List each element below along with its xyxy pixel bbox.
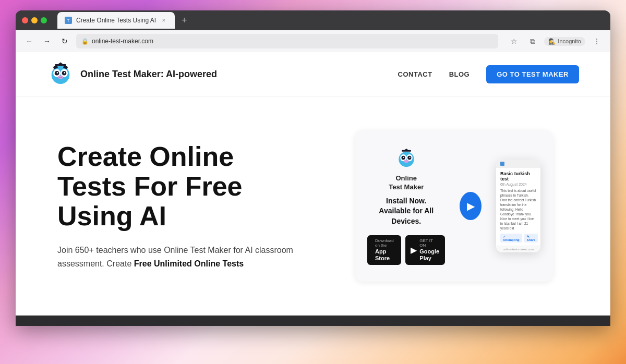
blog-link[interactable]: BLOG [449,70,470,78]
contact-link[interactable]: CONTACT [398,70,432,78]
svg-point-19 [409,157,410,158]
new-tab-button[interactable]: + [177,13,191,28]
hero-left: Create Online Tests For Free Using AI Jo… [57,142,308,271]
appstore-badge[interactable]: Download on the App Store [367,235,401,265]
owl-logo-small-icon [395,147,418,170]
logo-text: Online Test Maker: AI-powered [80,69,217,80]
site-navbar: Online Test Maker: AI-powered CONTACT BL… [16,52,610,96]
media-left: Online Test Maker Install Now. Available… [367,147,445,265]
hero-section: Create Online Tests For Free Using AI Jo… [16,96,610,316]
back-button[interactable]: ← [22,34,37,48]
browser-actions: ☆ ⧉ 🕵 Incognito ⋮ [507,34,604,48]
incognito-icon: 🕵 [548,38,556,45]
svg-point-20 [404,160,408,163]
phone-bottom-bar: online-test-maker.com [496,246,540,252]
media-brand-name: Online Test Maker [389,174,424,192]
extensions-icon[interactable]: ⧉ [525,34,540,48]
phone-attempting-button[interactable]: ✓ Attempting [500,234,522,242]
hero-subtitle: Join 650+ teachers who use Online Test M… [57,244,308,270]
browser-titlebar: T Create Online Tests Using AI ✕ + [16,10,610,30]
appstore-texts: Download on the App Store [375,238,396,262]
maximize-button[interactable] [41,17,47,23]
bookmark-icon[interactable]: ☆ [507,34,521,48]
svg-point-6 [64,72,66,74]
hero-title: Create Online Tests For Free Using AI [57,142,308,232]
phone-share-button[interactable]: ✎ Share [524,234,538,242]
active-tab[interactable]: T Create Online Tests Using AI ✕ [57,12,175,29]
nav-buttons: ← → ↻ [22,34,72,48]
phone-action-buttons: ✓ Attempting ✎ Share [500,234,536,242]
play-button[interactable]: ▶ [460,192,481,220]
svg-point-18 [403,157,404,158]
browser-controls: ← → ↻ 🔒 online-test-maker.com ☆ ⧉ 🕵 Inco… [16,30,610,52]
google-play-icon: ▶ [411,245,417,255]
svg-point-7 [58,76,63,79]
phone-test-desc: This test is about useful phrases in Tur… [500,188,536,231]
svg-point-5 [57,72,58,74]
media-tagline: Install Now. Available for All Devices. [367,196,445,227]
tab-bar: T Create Online Tests Using AI ✕ + [57,12,604,29]
incognito-badge: 🕵 Incognito [544,37,585,46]
minimize-button[interactable] [31,17,38,23]
svg-marker-22 [403,149,410,151]
nav-links: CONTACT BLOG GO TO TEST MAKER [398,65,579,83]
forward-button[interactable]: → [40,34,54,48]
browser-window: T Create Online Tests Using AI ✕ + ← → ↻… [16,10,610,326]
phone-content: Basic turkish test 6th August 2024 This … [496,168,540,246]
tab-title: Create Online Tests Using AI [76,17,156,24]
address-bar[interactable]: 🔒 online-test-maker.com [76,34,498,48]
site-logo: Online Test Maker: AI-powered [47,60,217,88]
refresh-button[interactable]: ↻ [57,34,72,48]
tab-favicon: T [65,17,72,24]
googleplay-texts: GET IT ON Google Play [419,238,440,262]
hero-right: Online Test Maker Install Now. Available… [329,130,579,282]
go-to-test-maker-button[interactable]: GO TO TEST MAKER [486,65,579,83]
phone-test-date: 6th August 2024 [500,183,536,186]
phone-favicon-icon [500,162,504,166]
hero-subtitle-bold: Free Unlimited Online Tests [134,259,244,268]
phone-top-bar [496,160,540,168]
tab-close-button[interactable]: ✕ [160,17,167,24]
media-card: Online Test Maker Install Now. Available… [355,130,553,282]
close-button[interactable] [22,17,28,23]
lock-icon: 🔒 [81,38,89,45]
website-content: Online Test Maker: AI-powered CONTACT BL… [16,52,610,316]
phone-mockup: Basic turkish test 6th August 2024 This … [496,160,540,253]
googleplay-badge[interactable]: ▶ GET IT ON Google Play [405,235,445,265]
phone-test-title: Basic turkish test [500,171,536,181]
browser-bottom-bar [16,316,610,326]
url-text: online-test-maker.com [92,38,153,45]
svg-marker-11 [57,62,64,65]
menu-button[interactable]: ⋮ [589,34,604,48]
traffic-lights [22,17,47,23]
logo-owl-icon [47,60,74,88]
incognito-label: Incognito [558,38,581,44]
app-badges: Download on the App Store ▶ GET IT ON Go… [367,235,445,265]
